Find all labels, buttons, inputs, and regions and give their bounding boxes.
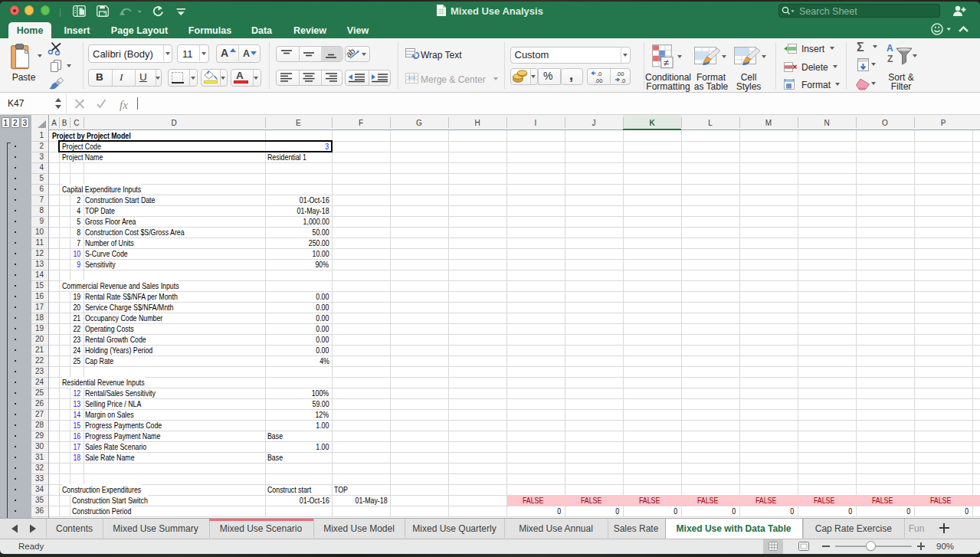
svg-text:.00: .00 xyxy=(595,77,602,84)
svg-text:.0: .0 xyxy=(621,77,625,84)
svg-text:≠: ≠ xyxy=(664,57,669,68)
svg-text:fx: fx xyxy=(120,99,128,111)
